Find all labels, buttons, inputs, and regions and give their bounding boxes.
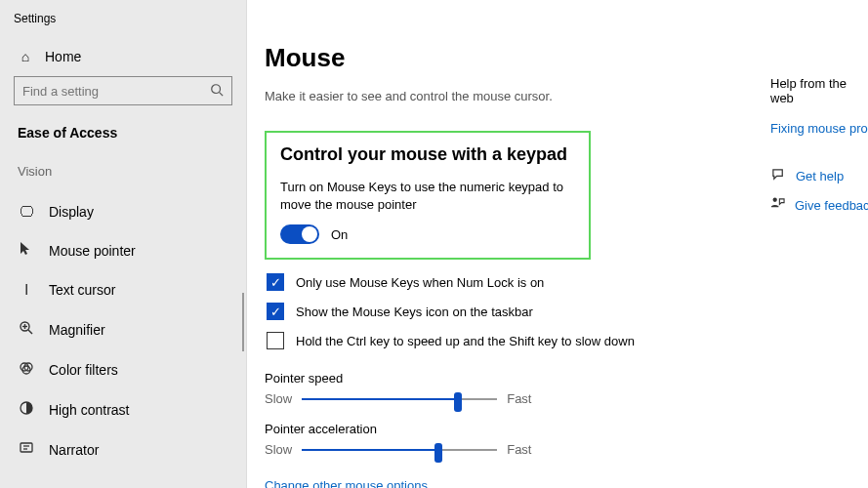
svg-line-3: [28, 330, 32, 334]
check-ctrl-shift[interactable]: Hold the Ctrl key to speed up and the Sh…: [265, 326, 868, 355]
slider-pointer-speed: Pointer speed Slow Fast: [265, 371, 868, 406]
slider-high-label: Fast: [507, 391, 531, 406]
feedback-icon: [770, 196, 785, 214]
page-title: Mouse: [265, 43, 868, 73]
check-taskbar-icon[interactable]: ✓ Show the Mouse Keys icon on the taskba…: [265, 297, 868, 326]
check-label: Hold the Ctrl key to speed up and the Sh…: [296, 334, 635, 348]
slider-title: Pointer acceleration: [265, 422, 868, 436]
slider-thumb[interactable]: [434, 443, 442, 463]
cursor-icon: [18, 241, 35, 260]
nav-display[interactable]: 🖵 Display: [0, 192, 246, 230]
narrator-icon: [18, 440, 35, 459]
checkbox-icon[interactable]: ✓: [267, 273, 284, 291]
toggle-state-label: On: [331, 227, 348, 242]
section-title: Ease of Access: [0, 119, 246, 160]
svg-line-1: [220, 92, 224, 96]
textcursor-icon: Ⅰ: [18, 281, 35, 299]
group-label: Vision: [0, 160, 246, 192]
window-title: Settings: [0, 10, 246, 41]
home-nav[interactable]: ⌂ Home: [0, 41, 246, 76]
svg-point-0: [212, 84, 221, 93]
nav-label: High contrast: [49, 402, 129, 418]
slider-low-label: Slow: [265, 442, 292, 457]
slider-high-label: Fast: [507, 442, 531, 457]
nav-label: Display: [49, 204, 94, 220]
slider-low-label: Slow: [265, 391, 292, 406]
check-numlock[interactable]: ✓ Only use Mouse Keys when Num Lock is o…: [265, 267, 868, 297]
nav-narrator[interactable]: Narrator: [0, 429, 246, 469]
nav-label: Narrator: [49, 442, 99, 458]
checkbox-icon[interactable]: [267, 332, 284, 349]
nav-label: Mouse pointer: [49, 243, 136, 259]
nav-high-contrast[interactable]: High contrast: [0, 389, 246, 429]
magnifier-icon: [18, 320, 35, 339]
home-label: Home: [45, 49, 81, 64]
rail-item-label: Get help: [796, 169, 844, 183]
nav-mouse-pointer[interactable]: Mouse pointer: [0, 230, 246, 270]
slider-thumb[interactable]: [454, 392, 462, 412]
check-label: Show the Mouse Keys icon on the taskbar: [296, 305, 533, 319]
nav-magnifier[interactable]: Magnifier: [0, 309, 246, 349]
highcontrast-icon: [18, 400, 35, 419]
svg-rect-10: [21, 443, 32, 452]
nav-label: Color filters: [49, 362, 118, 378]
keypad-desc: Turn on Mouse Keys to use the numeric ke…: [280, 179, 575, 213]
colorfilters-icon: [18, 360, 35, 379]
search-box[interactable]: [14, 76, 232, 105]
fixing-mouse-link[interactable]: Fixing mouse proble: [770, 121, 868, 136]
nav-text-cursor[interactable]: Ⅰ Text cursor: [0, 270, 246, 309]
svg-point-13: [773, 198, 777, 202]
display-icon: 🖵: [18, 203, 35, 220]
give-feedback-link[interactable]: Give feedback: [770, 196, 868, 214]
scrollbar[interactable]: [242, 293, 244, 351]
chat-icon: [770, 167, 786, 184]
sidebar: Settings ⌂ Home Ease of Access Vision 🖵 …: [0, 0, 247, 488]
search-input[interactable]: [22, 84, 210, 99]
checkbox-icon[interactable]: ✓: [267, 303, 284, 320]
rail-item-label: Give feedback: [795, 198, 868, 213]
help-rail: Help from the web Fixing mouse proble Ge…: [770, 76, 868, 225]
nav-label: Magnifier: [49, 322, 105, 338]
change-mouse-options-link[interactable]: Change other mouse options: [265, 478, 428, 488]
main-content: Mouse Make it easier to see and control …: [247, 0, 868, 488]
check-label: Only use Mouse Keys when Num Lock is on: [296, 275, 544, 290]
nav-label: Text cursor: [49, 282, 115, 298]
slider-pointer-acceleration: Pointer acceleration Slow Fast: [265, 422, 868, 457]
slider-track[interactable]: [302, 449, 497, 451]
nav-color-filters[interactable]: Color filters: [0, 349, 246, 389]
mouse-keys-toggle[interactable]: [280, 224, 319, 244]
keypad-heading: Control your mouse with a keypad: [280, 144, 575, 165]
slider-title: Pointer speed: [265, 371, 868, 386]
search-icon: [210, 83, 224, 100]
slider-track[interactable]: [302, 398, 497, 400]
rail-title: Help from the web: [770, 76, 868, 105]
keypad-section-highlight: Control your mouse with a keypad Turn on…: [265, 131, 591, 260]
home-icon: ⌂: [18, 49, 33, 64]
get-help-link[interactable]: Get help: [770, 167, 868, 184]
